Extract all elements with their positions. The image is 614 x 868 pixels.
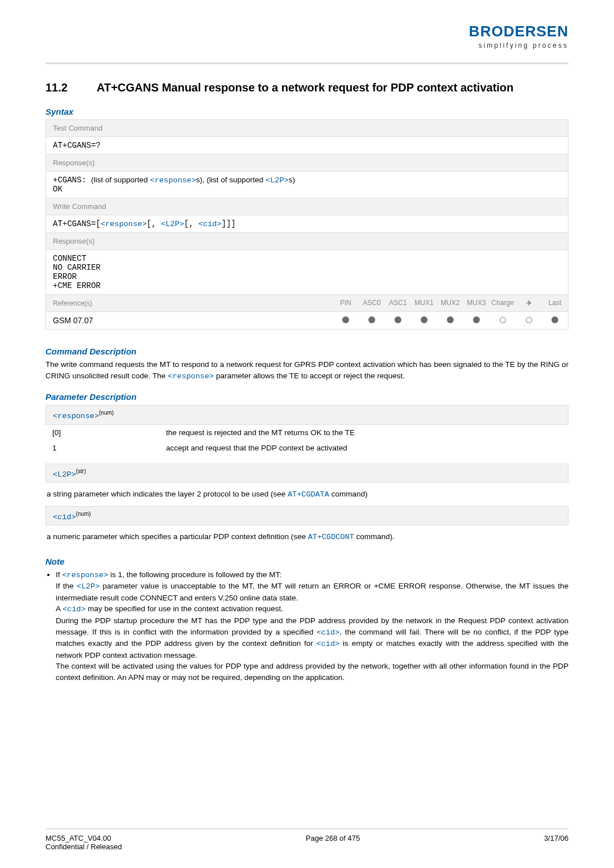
write-resp-l4: +CME ERROR bbox=[53, 281, 561, 290]
responses-label: Response(s) bbox=[46, 154, 568, 171]
dot-airplane bbox=[516, 312, 542, 329]
write-cmd-sep1: [, bbox=[147, 219, 161, 228]
test-resp-mid2: s), (list of supported bbox=[196, 176, 265, 184]
param-row-0: [0] the request is rejected and the MT r… bbox=[45, 425, 569, 440]
reference-body-row: GSM 07.07 bbox=[46, 311, 568, 329]
col-last: Last bbox=[542, 295, 568, 311]
write-cmd-prefix: AT+CGANS=[ bbox=[53, 219, 101, 228]
dot-mux1 bbox=[411, 312, 437, 329]
note-label: Note bbox=[45, 557, 569, 566]
col-pin: PIN bbox=[333, 295, 359, 311]
dot-fill-icon bbox=[342, 316, 349, 323]
reference-header-row: Reference(s) PIN ASC0 ASC1 MUX1 MUX2 MUX… bbox=[46, 294, 568, 311]
write-cmd-sep2: [, bbox=[184, 219, 198, 228]
param-row0-desc: the request is rejected and the MT retur… bbox=[166, 428, 562, 437]
param-response-header: <response>(num) bbox=[45, 405, 569, 425]
cid-desc-post: command). bbox=[354, 532, 395, 541]
test-resp-mid1: (list of supported bbox=[91, 176, 150, 184]
dot-asc1 bbox=[385, 312, 411, 329]
param-row0-key: [0] bbox=[52, 428, 166, 437]
note-list: If <response> is 1, the following proced… bbox=[45, 569, 569, 683]
footer-left1: MC55_ATC_V04.00 bbox=[45, 834, 122, 842]
note-param-l2p: <L2P> bbox=[77, 582, 100, 591]
note-l5: The context will be activated using the … bbox=[56, 662, 569, 682]
footer-right: 3/17/06 bbox=[544, 834, 569, 851]
param-cid-name: <cid> bbox=[53, 512, 76, 521]
note-param-cid: <cid> bbox=[63, 605, 86, 614]
references-label: Reference(s) bbox=[46, 295, 333, 311]
cmd-desc-p2: parameter allows the TE to accept or rej… bbox=[214, 372, 405, 380]
brand-name: BRODERSEN bbox=[469, 23, 569, 40]
param-cid-desc: a numeric parameter which specifies a pa… bbox=[45, 528, 569, 543]
test-command-row: AT+CGANS=? bbox=[46, 136, 568, 154]
l2p-desc-pre: a string parameter which indicates the l… bbox=[47, 490, 288, 498]
dot-fill-icon bbox=[551, 316, 558, 323]
dot-fill-icon bbox=[421, 316, 428, 323]
cid-desc-link[interactable]: AT+CGDCONT bbox=[308, 533, 354, 541]
col-mux3: MUX3 bbox=[463, 295, 489, 311]
param-l2p: <L2P> bbox=[265, 176, 289, 185]
note-l3a: A bbox=[56, 604, 63, 613]
note-l2a: If the bbox=[56, 582, 77, 590]
param-response-3: <response> bbox=[168, 372, 214, 381]
param-response-name: <response> bbox=[53, 412, 99, 420]
write-cmd-suffix: ]]] bbox=[222, 219, 236, 228]
dot-charge bbox=[489, 312, 516, 329]
write-resp-l3: ERROR bbox=[53, 272, 561, 281]
dot-fill-icon bbox=[473, 316, 480, 323]
dot-mux2 bbox=[437, 312, 463, 329]
dot-fill-icon bbox=[368, 316, 375, 323]
note-param-cid-3: <cid> bbox=[317, 640, 340, 648]
col-charge: Charge bbox=[489, 295, 516, 311]
parameter-description-label: Parameter Description bbox=[45, 392, 569, 402]
param-l2p-2: <L2P> bbox=[161, 220, 184, 228]
write-resp-l1: CONNECT bbox=[53, 254, 561, 263]
dot-pin bbox=[333, 312, 359, 329]
test-command-label: Test Command bbox=[46, 120, 568, 136]
section-heading: 11.2 AT+CGANS Manual response to a netwo… bbox=[45, 81, 569, 94]
dot-mux3 bbox=[463, 312, 489, 329]
param-row1-desc: accept and request that the PDP context … bbox=[166, 444, 562, 452]
note-item: If <response> is 1, the following proced… bbox=[56, 569, 569, 683]
param-response-2: <response> bbox=[101, 220, 147, 228]
param-l2p-header: <L2P>(str) bbox=[45, 464, 569, 483]
responses-label-2: Response(s) bbox=[46, 232, 568, 249]
dot-empty-icon bbox=[500, 317, 506, 323]
test-command: AT+CGANS=? bbox=[53, 141, 101, 150]
col-mux2: MUX2 bbox=[437, 295, 463, 311]
param-l2p-name: <L2P> bbox=[53, 470, 76, 478]
test-resp-prefix: +CGANS: bbox=[53, 176, 91, 185]
note-l1a: If bbox=[56, 570, 62, 579]
l2p-desc-link[interactable]: AT+CGDATA bbox=[288, 490, 329, 499]
dot-empty-icon bbox=[526, 317, 532, 323]
dot-fill-icon bbox=[447, 316, 454, 323]
l2p-desc-post: command) bbox=[329, 490, 368, 498]
brand-tagline: simplifying process bbox=[469, 41, 569, 49]
footer-left2: Confidential / Released bbox=[45, 842, 122, 851]
heading-title: AT+CGANS Manual response to a network re… bbox=[97, 81, 569, 94]
command-description-text: The write command requests the MT to res… bbox=[45, 359, 569, 382]
write-command-label: Write Command bbox=[46, 198, 568, 215]
param-l2p-type: (str) bbox=[76, 468, 86, 474]
param-row1-key: 1 bbox=[52, 444, 166, 452]
top-rule bbox=[45, 62, 569, 64]
param-l2p-desc: a string parameter which indicates the l… bbox=[45, 485, 569, 500]
dot-fill-icon bbox=[395, 316, 401, 323]
col-airplane-icon: ✈ bbox=[516, 295, 542, 311]
test-response-row: +CGANS: (list of supported <response>s),… bbox=[46, 171, 568, 198]
brand-header: BRODERSEN simplifying process bbox=[469, 23, 569, 49]
ok-text: OK bbox=[53, 185, 63, 194]
param-cid-type: (num) bbox=[76, 511, 91, 517]
col-asc1: ASC1 bbox=[385, 295, 411, 311]
param-cid: <cid> bbox=[198, 220, 222, 228]
note-l3b: may be specified for use in the context … bbox=[86, 604, 283, 613]
write-response-row: CONNECT NO CARRIER ERROR +CME ERROR bbox=[46, 249, 568, 294]
col-asc0: ASC0 bbox=[359, 295, 385, 311]
param-response-type: (num) bbox=[99, 410, 114, 416]
note-param-cid-2: <cid> bbox=[317, 628, 340, 637]
test-resp-mid3: s) bbox=[289, 176, 295, 184]
syntax-label: Syntax bbox=[45, 107, 569, 116]
param-row-1: 1 accept and request that the PDP contex… bbox=[45, 440, 569, 456]
write-resp-l2: NO CARRIER bbox=[53, 263, 561, 272]
footer-center: Page 268 of 475 bbox=[306, 834, 360, 851]
